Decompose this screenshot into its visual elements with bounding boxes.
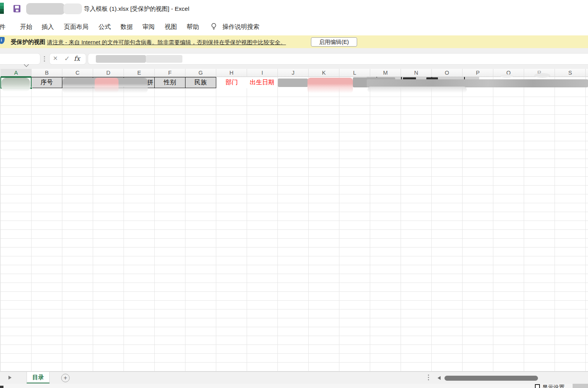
cell-F1[interactable]: 性别 bbox=[154, 77, 185, 88]
title-bar: 导入模板 (1).xlsx [受保护的视图] - Excel bbox=[0, 0, 588, 18]
cell-B1[interactable]: 序号 bbox=[31, 77, 62, 88]
window-title: 导入模板 (1).xlsx [受保护的视图] - Excel bbox=[84, 5, 189, 13]
status-text-fragment bbox=[0, 386, 3, 388]
ribbon-tab-7[interactable]: 审阅 bbox=[142, 23, 155, 31]
redacted-blob bbox=[278, 79, 308, 87]
horizontal-scrollbar-thumb[interactable] bbox=[444, 376, 538, 381]
column-header-K[interactable]: K bbox=[309, 69, 339, 77]
column-header-N[interactable]: N bbox=[401, 69, 432, 77]
column-header-F[interactable]: F bbox=[155, 69, 185, 77]
info-shield-icon: i bbox=[0, 37, 5, 44]
redacted-blob bbox=[26, 3, 65, 15]
save-icon-shutter bbox=[16, 10, 18, 12]
excel-app-icon bbox=[0, 3, 4, 14]
column-header-H[interactable]: H bbox=[216, 69, 247, 77]
column-header-G[interactable]: G bbox=[185, 69, 216, 77]
ribbon-tab-9[interactable]: 帮助 bbox=[187, 23, 199, 31]
redacted-blob bbox=[63, 3, 82, 14]
redacted-blob bbox=[367, 79, 588, 87]
ribbon-tab-8[interactable]: 视图 bbox=[165, 23, 177, 31]
protected-view-banner: i 受保护的视图 请注意 - 来自 Internet 的文件可能包含病毒。除非需… bbox=[0, 35, 588, 48]
column-header-I[interactable]: I bbox=[247, 69, 278, 77]
protected-view-message: 请注意 - 来自 Internet 的文件可能包含病毒。除非需要编辑，否则保持在… bbox=[47, 39, 286, 46]
ribbon-tab-4[interactable]: 页面布局 bbox=[64, 23, 89, 31]
display-settings-label[interactable]: 显示设置 bbox=[542, 384, 565, 388]
redacted-blob bbox=[95, 78, 119, 92]
sheet-tab-bar: 目录 + bbox=[0, 371, 588, 384]
formula-bar-input[interactable] bbox=[88, 53, 588, 65]
sheet-tab-active[interactable]: 目录 bbox=[27, 372, 50, 383]
redacted-blob bbox=[500, 74, 513, 78]
column-header-L[interactable]: L bbox=[339, 69, 370, 77]
scroll-left-icon[interactable] bbox=[438, 376, 441, 380]
column-header-P[interactable]: P bbox=[463, 69, 493, 77]
column-header-B[interactable]: B bbox=[32, 69, 62, 77]
name-box[interactable] bbox=[0, 53, 40, 65]
ribbon-tab-5[interactable]: 公式 bbox=[99, 23, 111, 31]
cancel-icon[interactable]: × bbox=[53, 54, 58, 63]
redacted-blob bbox=[307, 78, 353, 93]
column-header-J[interactable]: J bbox=[278, 69, 309, 77]
enter-icon[interactable]: ✓ bbox=[64, 55, 70, 63]
redacted-blob bbox=[2, 78, 30, 92]
chevron-down-icon[interactable] bbox=[24, 62, 29, 67]
save-icon[interactable] bbox=[13, 5, 20, 12]
redacted-blob bbox=[573, 384, 588, 388]
formula-bar-region: × ✓ fx bbox=[0, 48, 588, 69]
formula-buttons: × ✓ fx bbox=[49, 53, 86, 65]
tab-scrollbar-splitter[interactable] bbox=[428, 375, 429, 380]
status-bar: 显示设置 bbox=[0, 384, 588, 388]
ribbon-tab-1[interactable]: 文件 bbox=[0, 23, 5, 31]
column-header-M[interactable]: M bbox=[370, 69, 401, 77]
enable-editing-button[interactable]: 启用编辑(E) bbox=[311, 37, 357, 47]
add-sheet-button[interactable]: + bbox=[61, 374, 70, 382]
insert-function-icon[interactable]: fx bbox=[74, 55, 80, 62]
cell-I1[interactable]: 出生日期 bbox=[247, 77, 277, 88]
ribbon-tab-strip: 文件开始插入页面布局公式数据审阅视图帮助 操作说明搜索 bbox=[0, 18, 588, 35]
display-settings-checkbox-icon[interactable] bbox=[535, 384, 540, 388]
ribbon-tab-3[interactable]: 插入 bbox=[42, 23, 54, 31]
protected-view-label: 受保护的视图 bbox=[11, 38, 45, 46]
column-header-E[interactable]: E bbox=[124, 69, 155, 77]
column-header-O[interactable]: O bbox=[432, 69, 463, 77]
column-header-S[interactable]: S bbox=[555, 69, 586, 77]
lightbulb-icon bbox=[210, 23, 217, 32]
column-header-C[interactable]: C bbox=[62, 69, 93, 77]
empty-cells-area[interactable] bbox=[0, 88, 588, 371]
redacted-blob bbox=[146, 55, 182, 63]
redacted-blob bbox=[96, 55, 146, 63]
worksheet-grid[interactable]: ABCDEFGHIJKLMNOPQRS 序号 拼 性别 民族 部门 出生日期 bbox=[0, 69, 588, 371]
sheet-nav-next-icon[interactable] bbox=[8, 376, 12, 380]
fill-handle[interactable] bbox=[30, 87, 32, 89]
cell-H1[interactable]: 部门 bbox=[216, 77, 247, 88]
redacted-blob bbox=[368, 87, 467, 93]
save-icon-screen bbox=[15, 6, 19, 8]
cell-G1[interactable]: 民族 bbox=[185, 77, 216, 88]
tell-me-search[interactable]: 操作说明搜索 bbox=[222, 23, 259, 31]
column-header-A[interactable]: A bbox=[1, 69, 32, 77]
ribbon-tab-2[interactable]: 开始 bbox=[20, 23, 32, 31]
column-header-D[interactable]: D bbox=[93, 69, 124, 77]
redacted-blob bbox=[534, 73, 550, 78]
excel-window: 导入模板 (1).xlsx [受保护的视图] - Excel 文件开始插入页面布… bbox=[0, 0, 588, 388]
formula-bar-splitter[interactable] bbox=[44, 56, 45, 62]
ribbon-tab-6[interactable]: 数据 bbox=[120, 23, 133, 31]
